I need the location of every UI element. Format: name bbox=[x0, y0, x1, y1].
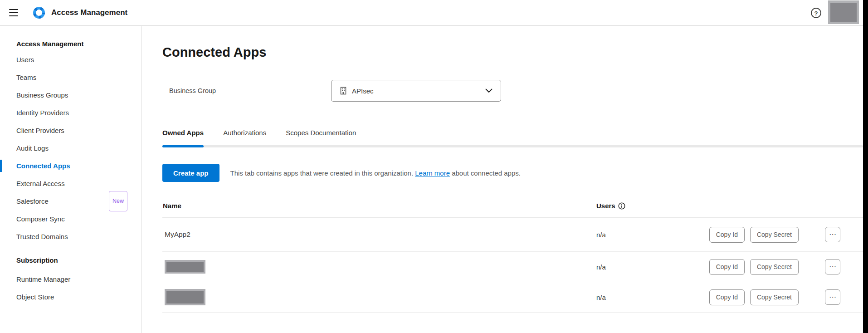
sidebar-item-connected-apps[interactable]: Connected Apps bbox=[0, 157, 141, 175]
sidebar-section-access-management: Access Management bbox=[0, 37, 141, 51]
copy-id-button[interactable]: Copy Id bbox=[709, 259, 745, 275]
table-row: MyApp2 n/a Copy Id Copy Secret ⋯ bbox=[162, 218, 863, 252]
svg-text:?: ? bbox=[814, 10, 818, 16]
table-row: n/a Copy Id Copy Secret ⋯ bbox=[162, 282, 863, 313]
business-group-select[interactable]: APIsec bbox=[331, 80, 501, 102]
more-actions-button[interactable]: ⋯ bbox=[825, 259, 840, 274]
app-title: Access Management bbox=[51, 8, 127, 17]
table-header-row: Name Users bbox=[162, 202, 863, 218]
sidebar-item-runtime-manager[interactable]: Runtime Manager bbox=[0, 270, 141, 288]
redaction-block bbox=[165, 289, 205, 305]
create-app-row: Create app This tab contains apps that w… bbox=[162, 164, 863, 182]
help-icon[interactable]: ? bbox=[810, 7, 822, 19]
user-avatar-redacted[interactable] bbox=[828, 0, 859, 24]
hamburger-menu-icon[interactable] bbox=[9, 9, 18, 16]
create-app-button[interactable]: Create app bbox=[162, 164, 219, 182]
sidebar-item-users[interactable]: Users bbox=[0, 51, 141, 69]
redaction-block bbox=[165, 260, 205, 274]
sidebar-item-identity-providers[interactable]: Identity Providers bbox=[0, 104, 141, 122]
business-group-row: Business Group APIsec bbox=[162, 80, 863, 102]
business-group-selected-value: APIsec bbox=[352, 87, 374, 95]
tab-owned-apps[interactable]: Owned Apps bbox=[162, 128, 204, 147]
app-name-redacted bbox=[162, 289, 596, 305]
access-management-page: Access Management ? Access Management Us… bbox=[0, 0, 868, 333]
app-users-count: n/a bbox=[596, 263, 683, 271]
sidebar-item-salesforce[interactable]: Salesforce New bbox=[0, 192, 141, 210]
sidebar-item-client-providers[interactable]: Client Providers bbox=[0, 122, 141, 139]
column-header-name: Name bbox=[162, 202, 596, 210]
anypoint-logo-icon[interactable] bbox=[33, 6, 45, 19]
tab-info-text: This tab contains apps that were created… bbox=[230, 169, 521, 177]
app-users-count: n/a bbox=[596, 294, 683, 301]
row-actions: Copy Id Copy Secret ⋯ bbox=[704, 227, 840, 243]
sidebar-nav: Access Management Users Teams Business G… bbox=[0, 26, 141, 333]
copy-secret-button[interactable]: Copy Secret bbox=[750, 259, 799, 275]
column-header-users: Users bbox=[596, 202, 625, 210]
tab-bar: Owned Apps Authorizations Scopes Documen… bbox=[162, 128, 863, 147]
app-name-redacted bbox=[162, 260, 596, 274]
page-title: Connected Apps bbox=[162, 44, 863, 60]
sidebar-item-composer-sync[interactable]: Composer Sync bbox=[0, 210, 141, 228]
copy-secret-button[interactable]: Copy Secret bbox=[750, 289, 799, 305]
learn-more-link[interactable]: Learn more bbox=[415, 169, 450, 177]
right-edge-bar bbox=[863, 0, 868, 333]
chevron-down-icon bbox=[485, 88, 493, 93]
tab-authorizations[interactable]: Authorizations bbox=[223, 128, 266, 147]
top-header: Access Management ? bbox=[0, 0, 863, 26]
sidebar-item-business-groups[interactable]: Business Groups bbox=[0, 86, 141, 104]
row-actions: Copy Id Copy Secret ⋯ bbox=[704, 259, 840, 275]
copy-id-button[interactable]: Copy Id bbox=[709, 227, 745, 243]
copy-secret-button[interactable]: Copy Secret bbox=[750, 227, 799, 243]
sidebar-item-teams[interactable]: Teams bbox=[0, 69, 141, 86]
main-content: Connected Apps Business Group APIsec bbox=[142, 26, 863, 333]
app-name: MyApp2 bbox=[162, 230, 596, 239]
more-actions-button[interactable]: ⋯ bbox=[825, 289, 840, 305]
sidebar-item-trusted-domains[interactable]: Trusted Domains bbox=[0, 228, 141, 245]
table-row: n/a Copy Id Copy Secret ⋯ bbox=[162, 252, 863, 282]
sidebar-item-object-store[interactable]: Object Store bbox=[0, 288, 141, 306]
owned-apps-table: Name Users MyApp2 n/a Copy Id Copy Secre… bbox=[162, 202, 863, 313]
sidebar-section-subscription: Subscription bbox=[0, 254, 141, 267]
row-actions: Copy Id Copy Secret ⋯ bbox=[704, 289, 840, 305]
info-icon[interactable] bbox=[618, 202, 625, 210]
new-badge: New bbox=[109, 191, 127, 211]
sidebar-item-external-access[interactable]: External Access bbox=[0, 175, 141, 192]
copy-id-button[interactable]: Copy Id bbox=[709, 289, 745, 305]
app-users-count: n/a bbox=[596, 231, 683, 239]
organization-icon bbox=[340, 87, 347, 95]
more-actions-button[interactable]: ⋯ bbox=[825, 227, 840, 242]
sidebar-item-audit-logs[interactable]: Audit Logs bbox=[0, 139, 141, 157]
tab-scopes-documentation[interactable]: Scopes Documentation bbox=[286, 128, 356, 147]
business-group-label: Business Group bbox=[169, 87, 331, 94]
